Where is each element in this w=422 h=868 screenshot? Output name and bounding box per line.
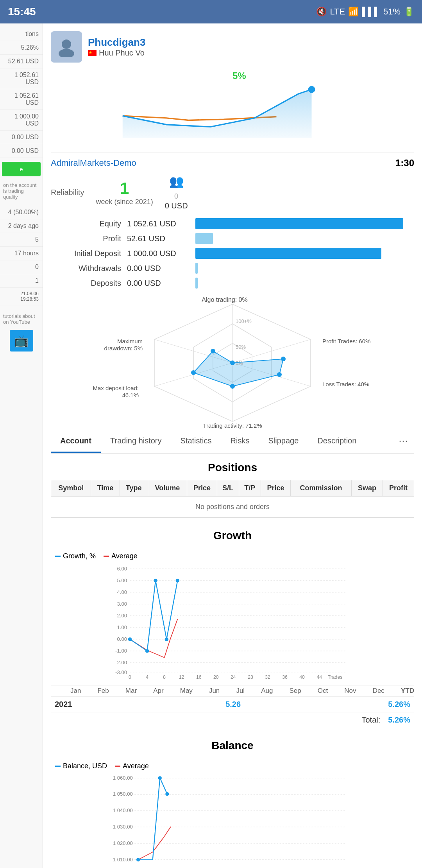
followers-count: 0 (174, 192, 178, 200)
legend-balance: Balance, USD (55, 762, 107, 770)
month-spacer (51, 687, 70, 695)
tab-description[interactable]: Description (308, 430, 366, 453)
month-mar: Mar (125, 687, 137, 695)
sidebar-stat-5: 0 (0, 260, 43, 274)
svg-text:0.00: 0.00 (117, 636, 127, 642)
lte-icon: LTE (330, 7, 345, 17)
sidebar-item-1: tions (0, 27, 43, 41)
initial-bar (195, 248, 381, 259)
svg-text:Profit Trades: 60%: Profit Trades: 60% (322, 338, 370, 344)
followers-icon: 👥0 (165, 174, 188, 201)
initial-bar-container (195, 248, 414, 259)
balance-chart-container: Balance, USD Average 1 060.00 1 050.00 1… (51, 758, 414, 868)
svg-text:Loss Trades: 40%: Loss Trades: 40% (322, 381, 369, 387)
total-row: Total: 5.26% (51, 712, 414, 728)
legend-balance-avg-label: Average (123, 762, 149, 770)
svg-text:4.00: 4.00 (117, 589, 127, 595)
svg-point-79 (158, 776, 162, 780)
realname: Huu Phuc Vo (88, 48, 145, 57)
initial-deposit-value: 1 000.00 USD (127, 249, 190, 258)
status-icons: 🔇 LTE 📶 ▌▌▌ 51% 🔋 (316, 7, 414, 17)
col-tp: T/P (239, 480, 261, 497)
svg-text:5.00: 5.00 (117, 577, 127, 583)
tab-statistics[interactable]: Statistics (171, 430, 221, 453)
svg-point-11 (230, 360, 235, 365)
svg-point-14 (230, 384, 235, 389)
sidebar-value-3: 1 052.61 USD (0, 68, 43, 89)
svg-point-63 (154, 579, 157, 582)
month-may: May (180, 687, 193, 695)
legend-average-label: Average (111, 552, 138, 560)
followers: 👥0 0 USD (165, 174, 188, 210)
radar-svg: Algo trading: 0% Maximum drawdown: 5% Pr… (51, 296, 414, 429)
legend-growth-dot (55, 556, 61, 557)
total-value: 5.26% (388, 716, 410, 725)
battery-icon: 🔋 (404, 7, 414, 17)
svg-text:4: 4 (146, 674, 148, 680)
svg-text:100+%: 100+% (236, 318, 252, 324)
equity-section: Equity 1 052.61 USD Profit 52.61 USD Ini… (51, 218, 414, 289)
balance-legend: Balance, USD Average (55, 762, 410, 770)
equity-row: Equity 1 052.61 USD (51, 218, 414, 229)
svg-text:46.1%: 46.1% (122, 392, 139, 398)
svg-point-61 (128, 637, 132, 641)
equity-value: 1 052.61 USD (127, 219, 190, 228)
svg-marker-10 (193, 351, 283, 386)
growth-legend: Growth, % Average (55, 552, 410, 560)
balance-svg: 1 060.00 1 050.00 1 040.00 1 030.00 1 02… (55, 772, 410, 868)
reliability-sub: week (since 2021) (96, 198, 153, 206)
sidebar: tions 5.26% 52.61 USD 1 052.61 USD 1 052… (0, 23, 43, 868)
deposits-row: Deposits 0.00 USD (51, 278, 414, 289)
svg-text:-2.00: -2.00 (115, 660, 127, 665)
svg-text:Trading activity: 71.2%: Trading activity: 71.2% (203, 422, 262, 429)
svg-point-80 (165, 792, 169, 796)
positions-table: Symbol Time Type Volume Price S/L T/P Pr… (51, 480, 414, 518)
svg-point-64 (165, 637, 168, 641)
svg-point-16 (211, 349, 215, 353)
sidebar-value-1: 5.26% (0, 41, 43, 55)
svg-text:0: 0 (129, 674, 131, 680)
year-ytd: 5.26% (388, 700, 410, 709)
svg-text:1 040.00: 1 040.00 (113, 807, 133, 813)
svg-text:Maximum: Maximum (117, 338, 143, 344)
profit-bar-container (195, 233, 414, 244)
year-data: 5.26 (78, 700, 388, 709)
col-time: Time (91, 480, 120, 497)
legend-average-dot (104, 556, 109, 557)
sidebar-value-6: 0.00 USD (0, 131, 43, 144)
equity-bar (195, 218, 403, 229)
col-profit: Profit (383, 480, 414, 497)
svg-text:1 050.00: 1 050.00 (113, 791, 133, 797)
month-nov: Nov (344, 687, 356, 695)
leverage: 1:30 (395, 158, 414, 169)
month-feb: Feb (97, 687, 109, 695)
svg-point-13 (277, 372, 282, 377)
profit-value: 52.61 USD (127, 234, 190, 243)
tab-account[interactable]: Account (51, 430, 101, 453)
profit-row: Profit 52.61 USD (51, 233, 414, 244)
svg-point-78 (136, 858, 140, 861)
battery: 51% (383, 7, 401, 17)
sidebar-stat-1: 4 (50.00%) (0, 206, 43, 219)
sidebar-stat-4: 17 hours (0, 247, 43, 260)
mute-icon: 🔇 (316, 7, 327, 17)
svg-marker-2 (123, 90, 312, 138)
balance-chart-section: Balance Balance, USD Average 1 060.00 1 … (51, 739, 414, 868)
col-price2: Price (261, 480, 290, 497)
sidebar-stat-3: 5 (0, 233, 43, 247)
col-volume: Volume (148, 480, 187, 497)
sidebar-cta[interactable]: e (2, 162, 41, 176)
tab-trading-history[interactable]: Trading history (101, 430, 171, 453)
withdrawals-bar (195, 263, 198, 274)
time: 15:45 (8, 5, 36, 18)
balance-title: Balance (51, 739, 414, 752)
legend-growth: Growth, % (55, 552, 96, 560)
svg-text:40: 40 (299, 674, 305, 680)
more-tabs-button[interactable]: ⋯ (392, 429, 414, 453)
account-name: AdmiralMarkets-Demo (51, 158, 136, 168)
tab-risks[interactable]: Risks (221, 430, 259, 453)
growth-percent: 5% (232, 70, 246, 81)
svg-text:44: 44 (316, 674, 322, 680)
deposits-bar-container (195, 278, 414, 289)
tab-slippage[interactable]: Slippage (259, 430, 308, 453)
